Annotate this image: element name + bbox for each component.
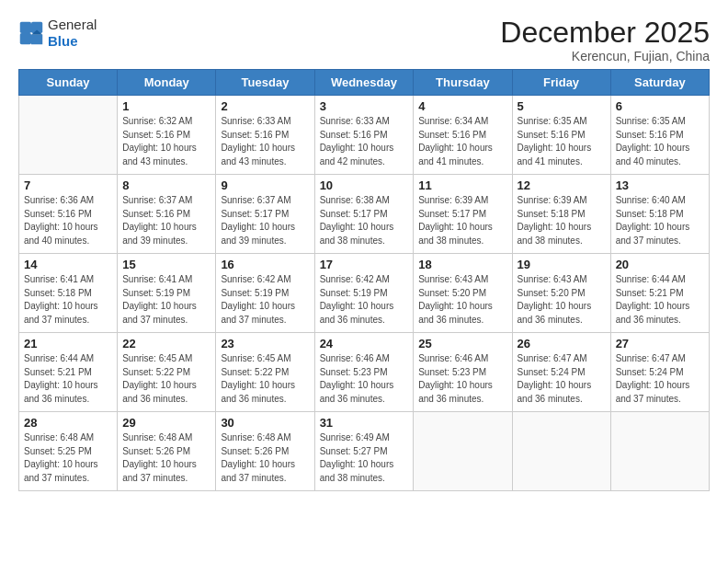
day-number: 5: [518, 99, 606, 113]
day-cell: 29Sunrise: 6:48 AM Sunset: 5:26 PM Dayli…: [118, 412, 216, 491]
day-number: 1: [122, 99, 210, 113]
day-number: 30: [221, 416, 309, 430]
day-info: Sunrise: 6:48 AM Sunset: 5:26 PM Dayligh…: [122, 431, 210, 485]
day-number: 28: [24, 416, 112, 430]
day-info: Sunrise: 6:40 AM Sunset: 5:18 PM Dayligh…: [616, 194, 704, 247]
logo-text: General Blue: [48, 17, 97, 50]
day-number: 4: [418, 99, 506, 113]
day-cell: 15Sunrise: 6:41 AM Sunset: 5:19 PM Dayli…: [118, 254, 216, 333]
day-cell: 3Sunrise: 6:33 AM Sunset: 5:16 PM Daylig…: [314, 96, 414, 175]
week-row-0: 1Sunrise: 6:32 AM Sunset: 5:16 PM Daylig…: [19, 96, 710, 175]
calendar-body: 1Sunrise: 6:32 AM Sunset: 5:16 PM Daylig…: [19, 96, 710, 491]
day-info: Sunrise: 6:41 AM Sunset: 5:19 PM Dayligh…: [122, 273, 210, 327]
day-cell: [19, 96, 118, 175]
day-number: 3: [320, 99, 409, 113]
day-cell: [610, 412, 709, 491]
day-info: Sunrise: 6:44 AM Sunset: 5:21 PM Dayligh…: [24, 352, 112, 406]
day-info: Sunrise: 6:43 AM Sunset: 5:20 PM Dayligh…: [418, 273, 506, 327]
col-wednesday: Wednesday: [314, 70, 414, 96]
day-info: Sunrise: 6:49 AM Sunset: 5:27 PM Dayligh…: [320, 431, 409, 485]
day-info: Sunrise: 6:38 AM Sunset: 5:17 PM Dayligh…: [320, 194, 409, 247]
day-cell: 28Sunrise: 6:48 AM Sunset: 5:25 PM Dayli…: [19, 412, 118, 491]
day-number: 18: [418, 258, 506, 271]
day-cell: 21Sunrise: 6:44 AM Sunset: 5:21 PM Dayli…: [19, 333, 118, 412]
day-info: Sunrise: 6:42 AM Sunset: 5:19 PM Dayligh…: [221, 273, 309, 327]
day-info: Sunrise: 6:45 AM Sunset: 5:22 PM Dayligh…: [221, 352, 309, 406]
day-cell: 7Sunrise: 6:36 AM Sunset: 5:16 PM Daylig…: [19, 175, 118, 254]
day-cell: 12Sunrise: 6:39 AM Sunset: 5:18 PM Dayli…: [512, 175, 610, 254]
logo-icon: [18, 20, 44, 46]
day-number: 11: [418, 178, 506, 192]
day-info: Sunrise: 6:48 AM Sunset: 5:25 PM Dayligh…: [24, 431, 112, 485]
day-info: Sunrise: 6:47 AM Sunset: 5:24 PM Dayligh…: [518, 352, 606, 406]
day-cell: [512, 412, 610, 491]
day-number: 14: [24, 258, 112, 271]
svg-rect-2: [20, 33, 31, 44]
day-number: 15: [122, 258, 210, 271]
day-info: Sunrise: 6:42 AM Sunset: 5:19 PM Dayligh…: [320, 273, 409, 327]
day-cell: 10Sunrise: 6:38 AM Sunset: 5:17 PM Dayli…: [314, 175, 414, 254]
day-cell: 17Sunrise: 6:42 AM Sunset: 5:19 PM Dayli…: [314, 254, 414, 333]
day-number: 6: [616, 99, 704, 113]
day-cell: 5Sunrise: 6:35 AM Sunset: 5:16 PM Daylig…: [512, 96, 610, 175]
day-info: Sunrise: 6:43 AM Sunset: 5:20 PM Dayligh…: [518, 273, 606, 327]
page-container: General Blue December 2025 Kerencun, Fuj…: [0, 0, 728, 500]
col-tuesday: Tuesday: [216, 70, 314, 96]
day-info: Sunrise: 6:35 AM Sunset: 5:16 PM Dayligh…: [616, 115, 704, 168]
day-info: Sunrise: 6:46 AM Sunset: 5:23 PM Dayligh…: [418, 352, 506, 406]
day-cell: 9Sunrise: 6:37 AM Sunset: 5:17 PM Daylig…: [216, 175, 314, 254]
col-friday: Friday: [512, 70, 610, 96]
day-cell: 27Sunrise: 6:47 AM Sunset: 5:24 PM Dayli…: [610, 333, 709, 412]
day-number: 29: [122, 416, 210, 430]
logo-blue: Blue: [48, 33, 97, 50]
calendar-table: Sunday Monday Tuesday Wednesday Thursday…: [18, 69, 710, 491]
day-cell: 31Sunrise: 6:49 AM Sunset: 5:27 PM Dayli…: [314, 412, 414, 491]
day-info: Sunrise: 6:35 AM Sunset: 5:16 PM Dayligh…: [518, 115, 606, 168]
location-subtitle: Kerencun, Fujian, China: [500, 49, 710, 63]
day-cell: 13Sunrise: 6:40 AM Sunset: 5:18 PM Dayli…: [610, 175, 709, 254]
day-number: 22: [122, 337, 210, 350]
day-cell: 11Sunrise: 6:39 AM Sunset: 5:17 PM Dayli…: [414, 175, 512, 254]
day-number: 13: [616, 178, 704, 192]
day-number: 20: [616, 258, 704, 271]
day-info: Sunrise: 6:41 AM Sunset: 5:18 PM Dayligh…: [24, 273, 112, 327]
day-number: 2: [221, 99, 309, 113]
day-cell: 8Sunrise: 6:37 AM Sunset: 5:16 PM Daylig…: [118, 175, 216, 254]
logo-general: General: [48, 17, 97, 33]
day-cell: 30Sunrise: 6:48 AM Sunset: 5:26 PM Dayli…: [216, 412, 314, 491]
col-sunday: Sunday: [19, 70, 118, 96]
day-number: 23: [221, 337, 309, 350]
day-info: Sunrise: 6:33 AM Sunset: 5:16 PM Dayligh…: [221, 115, 309, 168]
day-info: Sunrise: 6:37 AM Sunset: 5:17 PM Dayligh…: [221, 194, 309, 247]
day-number: 26: [518, 337, 606, 350]
svg-rect-0: [20, 22, 31, 33]
week-row-2: 14Sunrise: 6:41 AM Sunset: 5:18 PM Dayli…: [19, 254, 710, 333]
day-info: Sunrise: 6:48 AM Sunset: 5:26 PM Dayligh…: [221, 431, 309, 485]
svg-marker-3: [31, 35, 42, 45]
day-number: 12: [518, 178, 606, 192]
day-number: 24: [320, 337, 409, 350]
day-cell: 16Sunrise: 6:42 AM Sunset: 5:19 PM Dayli…: [216, 254, 314, 333]
day-info: Sunrise: 6:33 AM Sunset: 5:16 PM Dayligh…: [320, 115, 409, 168]
day-cell: 19Sunrise: 6:43 AM Sunset: 5:20 PM Dayli…: [512, 254, 610, 333]
day-cell: 26Sunrise: 6:47 AM Sunset: 5:24 PM Dayli…: [512, 333, 610, 412]
day-number: 16: [221, 258, 309, 271]
day-info: Sunrise: 6:34 AM Sunset: 5:16 PM Dayligh…: [418, 115, 506, 168]
day-number: 17: [320, 258, 409, 271]
week-row-3: 21Sunrise: 6:44 AM Sunset: 5:21 PM Dayli…: [19, 333, 710, 412]
day-cell: 25Sunrise: 6:46 AM Sunset: 5:23 PM Dayli…: [414, 333, 512, 412]
col-monday: Monday: [118, 70, 216, 96]
day-cell: 4Sunrise: 6:34 AM Sunset: 5:16 PM Daylig…: [414, 96, 512, 175]
calendar-header: Sunday Monday Tuesday Wednesday Thursday…: [19, 70, 710, 96]
day-cell: 14Sunrise: 6:41 AM Sunset: 5:18 PM Dayli…: [19, 254, 118, 333]
day-number: 7: [24, 178, 112, 192]
day-info: Sunrise: 6:44 AM Sunset: 5:21 PM Dayligh…: [616, 273, 704, 327]
month-title: December 2025: [500, 17, 710, 49]
day-number: 19: [518, 258, 606, 271]
day-info: Sunrise: 6:39 AM Sunset: 5:17 PM Dayligh…: [418, 194, 506, 247]
day-info: Sunrise: 6:36 AM Sunset: 5:16 PM Dayligh…: [24, 194, 112, 247]
day-info: Sunrise: 6:45 AM Sunset: 5:22 PM Dayligh…: [122, 352, 210, 406]
day-number: 31: [320, 416, 409, 430]
day-cell: 24Sunrise: 6:46 AM Sunset: 5:23 PM Dayli…: [314, 333, 414, 412]
day-number: 27: [616, 337, 704, 350]
